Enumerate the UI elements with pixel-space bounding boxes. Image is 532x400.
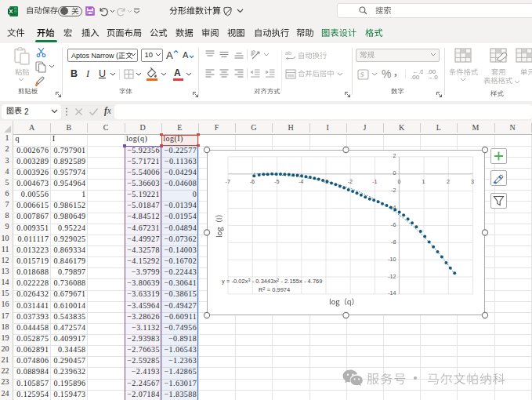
svg-text:$: $ <box>360 71 364 78</box>
svg-text:X: X <box>9 8 13 15</box>
svg-text:ab: ab <box>251 49 257 58</box>
svg-text:→.0: →.0 <box>426 74 438 80</box>
svg-text:ab: ab <box>285 50 291 56</box>
svg-text:.00: .00 <box>411 74 420 80</box>
